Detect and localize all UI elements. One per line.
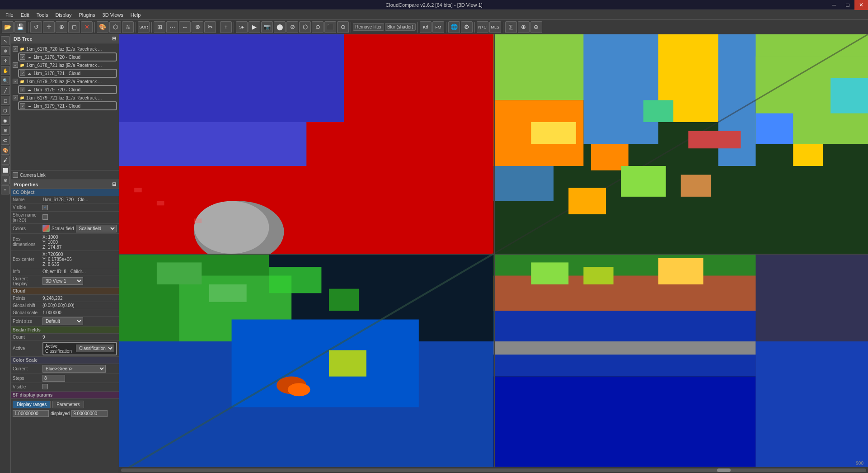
menu-edit[interactable]: Edit bbox=[17, 11, 33, 19]
scroll-thumb[interactable] bbox=[717, 468, 731, 472]
range-min-input[interactable] bbox=[13, 410, 49, 417]
camera-link-checkbox[interactable] bbox=[13, 172, 18, 178]
tree-checkbox-1[interactable]: ✓ bbox=[13, 46, 18, 52]
tree-item-1[interactable]: ✓ 📁 1km_6178_720.laz (E:/a Racetrack ... bbox=[13, 45, 117, 52]
tree-checkbox-4a[interactable]: ✓ bbox=[20, 103, 25, 109]
graph3-button[interactable]: 📷 bbox=[261, 21, 273, 33]
fm-button[interactable]: FM bbox=[432, 21, 444, 33]
menu-plugins[interactable]: Plugins bbox=[75, 11, 99, 19]
colors-dropdown[interactable]: Scalar field RGB Solid bbox=[76, 225, 117, 232]
tree-item-3[interactable]: ✓ 📁 1km_6179_720.laz (E:/a Racetrack ... bbox=[13, 78, 117, 85]
current-display-dropdown[interactable]: 3D View 1 bbox=[42, 277, 83, 285]
active-classification-dropdown[interactable]: Classification Intensity Z bbox=[76, 345, 114, 352]
graph8-button[interactable]: ⬛ bbox=[324, 21, 336, 33]
db-tree-content[interactable]: ✓ 📁 1km_6178_720.laz (E:/a Racetrack ...… bbox=[11, 43, 119, 170]
graph2-button[interactable]: ▶ bbox=[249, 21, 260, 33]
graph5-button[interactable]: ⊘ bbox=[286, 21, 298, 33]
remove-filter-button[interactable]: Remove filter bbox=[353, 23, 384, 31]
visible-checkbox[interactable] bbox=[42, 205, 48, 210]
tool-measure[interactable]: ⊞ bbox=[1, 126, 10, 135]
menu-file[interactable]: File bbox=[2, 11, 17, 19]
properties-collapse-icon[interactable]: ⊟ bbox=[112, 181, 116, 187]
blur-shader-button[interactable]: Blur (shader) bbox=[385, 23, 416, 31]
normal-button[interactable]: ⬡ bbox=[109, 21, 121, 33]
tool-zoom[interactable]: 🔍 bbox=[1, 76, 10, 85]
graph9-button[interactable]: ⊙ bbox=[337, 21, 349, 33]
prop-visible-sf-value[interactable] bbox=[41, 383, 119, 391]
close-button[interactable]: ✕ bbox=[854, 0, 868, 10]
settings-button[interactable]: ⚙ bbox=[461, 21, 473, 33]
range-max-input[interactable] bbox=[71, 410, 108, 417]
menu-help[interactable]: Help bbox=[127, 11, 145, 19]
sor-button[interactable]: SOR bbox=[138, 21, 150, 33]
menu-display[interactable]: Display bbox=[52, 11, 75, 19]
tree-checkbox-3[interactable]: ✓ bbox=[13, 79, 18, 84]
select-button[interactable]: ◻ bbox=[68, 21, 80, 33]
tree-item-3a[interactable]: ✓ ☁ 1km_6179_720 - Cloud bbox=[18, 85, 117, 94]
bottom-scrollbar[interactable] bbox=[119, 467, 868, 473]
view-area[interactable]: 900 bbox=[119, 34, 868, 473]
tool-classify[interactable]: ⊛ bbox=[1, 175, 10, 184]
graph6-button[interactable]: ⬡ bbox=[299, 21, 311, 33]
tool-lasso[interactable]: ◉ bbox=[1, 116, 10, 125]
prop-display-value[interactable]: 3D View 1 bbox=[41, 275, 119, 287]
graph7-button[interactable]: ⊙ bbox=[312, 21, 324, 33]
tool-cross[interactable]: ✛ bbox=[1, 56, 10, 65]
save-button[interactable]: 💾 bbox=[14, 21, 26, 33]
extra2-button[interactable]: ⊕ bbox=[530, 21, 542, 33]
zoom-button[interactable]: ⊕ bbox=[56, 21, 67, 33]
graph1-button[interactable]: SF bbox=[236, 21, 248, 33]
prop-point-size-value[interactable]: Default 1 2 3 bbox=[41, 316, 119, 326]
open-button[interactable]: 📂 bbox=[2, 21, 14, 33]
point-size-dropdown[interactable]: Default 1 2 3 bbox=[42, 317, 83, 325]
menu-tools[interactable]: Tools bbox=[33, 11, 52, 19]
tool-brush[interactable]: 🖌 bbox=[1, 156, 10, 165]
mls-button[interactable]: MLS bbox=[489, 21, 501, 33]
scroll-track[interactable] bbox=[121, 468, 866, 472]
tree-item-4a[interactable]: ✓ ☁ 1km_6179_721 - Cloud bbox=[18, 101, 117, 110]
tool-line[interactable]: ╱ bbox=[1, 86, 10, 95]
maximize-button[interactable]: □ bbox=[841, 0, 854, 10]
add-button[interactable]: + bbox=[220, 21, 232, 33]
tree-item-1a[interactable]: ✓ ☁ 1km_6178_720 - Cloud bbox=[18, 52, 117, 61]
icp-button[interactable]: ⊛ bbox=[192, 21, 203, 33]
prop-steps-value[interactable] bbox=[41, 374, 119, 383]
tool-color[interactable]: 🎨 bbox=[1, 146, 10, 155]
tab-parameters[interactable]: Parameters bbox=[52, 401, 84, 408]
distance-button[interactable]: ↔ bbox=[179, 21, 191, 33]
color-button[interactable]: 🎨 bbox=[97, 21, 108, 33]
tool-eraser[interactable]: ⬜ bbox=[1, 166, 10, 175]
delete-button[interactable]: ✕ bbox=[81, 21, 93, 33]
prop-show-name-value[interactable] bbox=[41, 211, 119, 223]
tool-arrow[interactable]: ↖ bbox=[1, 36, 10, 45]
tree-checkbox-1a[interactable]: ✓ bbox=[20, 54, 25, 60]
sample-button[interactable]: ⋯ bbox=[166, 21, 178, 33]
extra1-button[interactable]: ⊕ bbox=[518, 21, 530, 33]
prop-active-value[interactable]: Active Classification Classification Int… bbox=[41, 341, 119, 356]
tree-checkbox-4[interactable]: ✓ bbox=[13, 95, 18, 100]
scalar-button[interactable]: ≋ bbox=[122, 21, 134, 33]
show-name-checkbox[interactable] bbox=[42, 214, 48, 220]
graph4-button[interactable]: ⬤ bbox=[274, 21, 286, 33]
tree-item-4[interactable]: ✓ 📁 1km_6179_721.laz (E:/a Racetrack ... bbox=[13, 94, 117, 101]
tree-checkbox-2[interactable]: ✓ bbox=[13, 62, 18, 68]
steps-input[interactable] bbox=[42, 375, 65, 382]
sigmalogo-button[interactable]: Σ bbox=[505, 21, 517, 33]
current-color-dropdown[interactable]: Blue>Green> Rainbow Monochrome bbox=[42, 365, 106, 373]
tree-checkbox-2a[interactable]: ✓ bbox=[20, 71, 25, 76]
minimize-button[interactable]: ─ bbox=[827, 0, 841, 10]
visible-sf-checkbox[interactable] bbox=[42, 384, 48, 389]
kd-button[interactable]: Kd bbox=[420, 21, 432, 33]
tool-poly[interactable]: ⬡ bbox=[1, 106, 10, 115]
properties-content[interactable]: CC Object Name 1km_6178_720 - Clo... Vis… bbox=[11, 189, 119, 473]
translate-button[interactable]: ✛ bbox=[43, 21, 55, 33]
segment-button[interactable]: ✂ bbox=[204, 21, 216, 33]
n-button[interactable]: N+C bbox=[477, 21, 488, 33]
tool-layer[interactable]: ≡ bbox=[1, 185, 10, 194]
menu-3dviews[interactable]: 3D Views bbox=[99, 11, 127, 19]
merge-button[interactable]: ⊞ bbox=[154, 21, 165, 33]
tool-select[interactable]: ⊕ bbox=[1, 46, 10, 55]
rotate-button[interactable]: ↺ bbox=[30, 21, 42, 33]
db-tree-collapse-icon[interactable]: ⊟ bbox=[112, 36, 116, 42]
tool-hand[interactable]: ✋ bbox=[1, 66, 10, 75]
